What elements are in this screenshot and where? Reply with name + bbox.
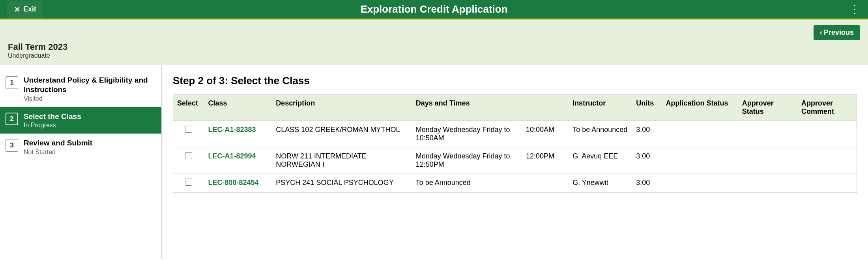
step-status: In Progress: [24, 122, 81, 129]
class-link[interactable]: LEC-A1-82383: [208, 126, 256, 134]
close-icon: ✕: [14, 5, 20, 14]
select-checkbox[interactable]: [185, 126, 192, 133]
step-text: Understand Policy & Eligibility and Inst…: [24, 75, 156, 102]
cell-description: PSYCH 241 SOCIAL PSYCHOLOGY: [272, 174, 412, 193]
step-2[interactable]: 2 Select the Class In Progress: [0, 107, 161, 134]
cell-approver-comment: [797, 121, 857, 147]
cell-time: 10:00AM: [522, 121, 569, 147]
col-select: Select: [173, 94, 204, 121]
cell-instructor: To be Announced: [569, 121, 632, 147]
cell-days: To be Announced: [412, 174, 522, 193]
step-badge: 1: [6, 76, 18, 89]
cell-days: Monday Wednesday Friday to 10:50AM: [412, 121, 522, 147]
main-area: 1 Understand Policy & Eligibility and In…: [0, 65, 868, 259]
term-block: Fall Term 2023 Undergraduate: [8, 42, 67, 59]
step-text: Select the Class In Progress: [24, 112, 81, 129]
kebab-icon: ⋮: [849, 3, 860, 15]
cell-approver-status: [738, 174, 797, 193]
cell-approver-comment: [797, 174, 857, 193]
cell-description: NORW 211 INTERMEDIATE NORWEGIAN I: [272, 147, 412, 174]
class-table: Select Class Description Days and Times …: [173, 94, 857, 193]
col-units: Units: [632, 94, 662, 121]
step-title: Select the Class: [24, 112, 81, 121]
top-bar: ✕ Exit Exploration Credit Application ⋮: [0, 0, 868, 20]
cell-units: 3.00: [632, 147, 662, 174]
cell-units: 3.00: [632, 121, 662, 147]
col-approver-status: Approver Status: [738, 94, 797, 121]
chevron-left-icon: ‹: [820, 28, 822, 37]
table-row: LEC-800-82454 PSYCH 241 SOCIAL PSYCHOLOG…: [173, 174, 857, 193]
cell-units: 3.00: [632, 174, 662, 193]
exit-label: Exit: [23, 5, 36, 13]
col-class: Class: [204, 94, 272, 121]
page-title: Exploration Credit Application: [360, 3, 507, 15]
exit-button[interactable]: ✕ Exit: [7, 1, 43, 18]
cell-time: 12:00PM: [522, 147, 569, 174]
content-heading: Step 2 of 3: Select the Class: [173, 75, 857, 87]
cell-days: Monday Wednesday Friday to 12:50PM: [412, 147, 522, 174]
select-checkbox[interactable]: [185, 179, 192, 186]
step-sidebar: 1 Understand Policy & Eligibility and In…: [0, 65, 162, 259]
cell-app-status: [662, 121, 738, 147]
cell-app-status: [662, 147, 738, 174]
content-area: Step 2 of 3: Select the Class Select Cla…: [162, 65, 868, 259]
step-status: Visited: [24, 95, 156, 102]
step-status: Not Started: [24, 149, 92, 156]
step-title: Understand Policy & Eligibility and Inst…: [24, 75, 156, 94]
class-link[interactable]: LEC-A1-82994: [208, 152, 256, 160]
table-row: LEC-A1-82994 NORW 211 INTERMEDIATE NORWE…: [173, 147, 857, 174]
cell-instructor: G. Aevuq EEE: [569, 147, 632, 174]
cell-approver-status: [738, 147, 797, 174]
cell-description: CLASS 102 GREEK/ROMAN MYTHOL: [272, 121, 412, 147]
more-menu-button[interactable]: ⋮: [849, 4, 860, 15]
cell-instructor: G. Ynewwit: [569, 174, 632, 193]
col-days-times: Days and Times: [412, 94, 569, 121]
col-instructor: Instructor: [569, 94, 632, 121]
cell-app-status: [662, 174, 738, 193]
col-description: Description: [272, 94, 412, 121]
cell-approver-comment: [797, 147, 857, 174]
sub-header: ‹ Previous Fall Term 2023 Undergraduate: [0, 20, 868, 65]
step-3[interactable]: 3 Review and Submit Not Started: [0, 134, 161, 160]
previous-button[interactable]: ‹ Previous: [814, 25, 860, 40]
previous-label: Previous: [824, 28, 854, 37]
step-badge: 2: [6, 113, 18, 125]
col-approver-comment: Approver Comment: [797, 94, 857, 121]
term-level: Undergraduate: [8, 52, 67, 59]
step-text: Review and Submit Not Started: [24, 138, 92, 156]
col-app-status: Application Status: [662, 94, 738, 121]
table-header-row: Select Class Description Days and Times …: [173, 94, 857, 121]
term-title: Fall Term 2023: [8, 42, 67, 52]
step-1[interactable]: 1 Understand Policy & Eligibility and In…: [0, 71, 161, 107]
class-link[interactable]: LEC-800-82454: [208, 179, 258, 187]
select-checkbox[interactable]: [185, 152, 192, 159]
cell-approver-status: [738, 121, 797, 147]
table-row: LEC-A1-82383 CLASS 102 GREEK/ROMAN MYTHO…: [173, 121, 857, 147]
step-badge: 3: [6, 139, 18, 152]
cell-time: [522, 174, 569, 193]
step-title: Review and Submit: [24, 138, 92, 148]
